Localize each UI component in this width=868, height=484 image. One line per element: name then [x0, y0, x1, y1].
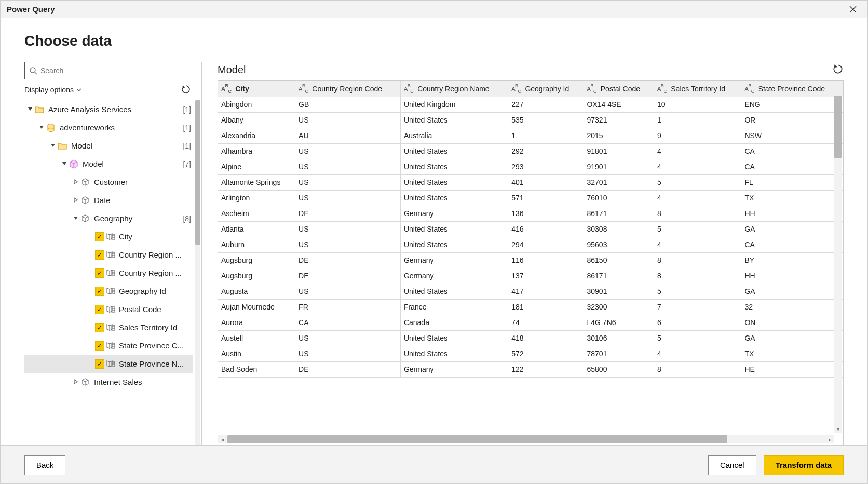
table-cell: DE	[295, 206, 401, 221]
tree-node[interactable]: ✓State Province N...	[24, 355, 193, 373]
table-cell: Australia	[400, 128, 508, 143]
table-cell: US	[295, 221, 401, 237]
tree-node[interactable]: ✓Country Region ...	[24, 264, 193, 282]
cancel-button[interactable]: Cancel	[708, 455, 756, 475]
tree-node[interactable]: Geography[8]	[24, 209, 193, 227]
table-cell: FR	[295, 299, 401, 315]
checkbox[interactable]: ✓	[95, 268, 104, 278]
table-row[interactable]: Altamonte SpringsUSUnited States40132701…	[218, 174, 843, 190]
table-cell: Austin	[218, 346, 295, 361]
tree-node[interactable]: Model[1]	[24, 137, 193, 155]
transform-data-button[interactable]: Transform data	[764, 455, 844, 475]
column-header[interactable]: ABC Country Region Code	[295, 81, 401, 97]
table-row[interactable]: AlpineUSUnited States293919014CA	[218, 159, 843, 174]
expander-collapse-icon[interactable]	[26, 106, 34, 113]
expander-collapse-icon[interactable]	[72, 216, 79, 222]
tree-node[interactable]: ✓State Province C...	[24, 337, 193, 355]
tree-node[interactable]: Customer	[24, 173, 193, 191]
checkbox[interactable]: ✓	[95, 341, 104, 351]
table-row[interactable]: AuroraCACanada74L4G 7N66ON	[218, 315, 843, 330]
navigator-scrollbar-thumb[interactable]	[195, 100, 200, 245]
column-header[interactable]: ABC City	[218, 81, 295, 97]
table-row[interactable]: ArlingtonUSUnited States571760104TX	[218, 190, 843, 206]
table-row[interactable]: AlhambraUSUnited States292918014CA	[218, 143, 843, 159]
column-header[interactable]: ABC Postal Code	[584, 81, 654, 97]
tree-node[interactable]: ✓Geography Id	[24, 282, 193, 300]
back-button[interactable]: Back	[24, 455, 65, 475]
column-header[interactable]: ABC Geography Id	[508, 81, 584, 97]
tree-node-label: Internet Sales	[91, 378, 193, 386]
table-cell: Aurora	[218, 315, 295, 330]
table-row[interactable]: AlbanyUSUnited States535973211OR	[218, 112, 843, 128]
grid-hscroll-thumb[interactable]	[227, 435, 727, 443]
column-header[interactable]: ABC State Province Code	[741, 81, 843, 97]
table-cell: US	[295, 190, 401, 206]
table-row[interactable]: AlexandriaAUAustralia120159NSW	[218, 128, 843, 143]
tree-node-label: adventureworks	[57, 123, 183, 132]
checkbox[interactable]: ✓	[95, 305, 104, 314]
tree-node[interactable]: ✓Country Region ...	[24, 246, 193, 264]
table-row[interactable]: Aujan MournedeFRFrance18132300732	[218, 299, 843, 315]
expander-collapse-icon[interactable]	[61, 161, 68, 167]
table-row[interactable]: Bad SodenDEGermany122658008HE	[218, 361, 843, 377]
checkbox[interactable]: ✓	[95, 250, 104, 260]
column-header[interactable]: ABC Sales Territory Id	[654, 81, 741, 97]
tree-node[interactable]: Date	[24, 191, 193, 209]
expander-collapse-icon[interactable]	[49, 143, 57, 149]
table-cell: GA	[741, 221, 843, 237]
close-button[interactable]	[843, 1, 863, 18]
table-row[interactable]: AugsburgDEGermany116861508BY	[218, 252, 843, 268]
table-row[interactable]: AustellUSUnited States418301065GA	[218, 330, 843, 346]
table-cell: 78701	[584, 346, 654, 361]
tree-node-count: [1]	[183, 142, 193, 150]
table-row[interactable]: AtlantaUSUnited States416303085GA	[218, 221, 843, 237]
table-cell: HE	[741, 361, 843, 377]
expander-expand-icon[interactable]	[72, 197, 79, 204]
svg-marker-8	[62, 162, 66, 165]
tree-node[interactable]: Internet Sales	[24, 373, 193, 391]
table-row[interactable]: AugsburgDEGermany137861718HH	[218, 268, 843, 284]
table-cell: United States	[400, 174, 508, 190]
expander-expand-icon[interactable]	[72, 379, 79, 385]
column-header[interactable]: ABC Country Region Name	[400, 81, 508, 97]
grid-vscroll-thumb[interactable]	[834, 96, 842, 158]
table-cell: 10	[654, 97, 741, 112]
display-options-dropdown[interactable]: Display options	[24, 86, 82, 94]
checkbox[interactable]: ✓	[95, 287, 104, 296]
table-cell: United States	[400, 190, 508, 206]
table-cell: CA	[741, 159, 843, 174]
table-row[interactable]: AuburnUSUnited States294956034CA	[218, 237, 843, 252]
table-row[interactable]: AugustaUSUnited States417309015GA	[218, 284, 843, 299]
column-header-label: State Province Code	[758, 85, 825, 93]
preview-refresh-button[interactable]	[832, 63, 844, 76]
table-cell: Alhambra	[218, 143, 295, 159]
grid-scroll-left-icon[interactable]: ◂	[218, 435, 226, 443]
table-cell: 137	[508, 268, 584, 284]
tree-node[interactable]: ✓Sales Territory Id	[24, 318, 193, 337]
preview-pane: Model ABC CityABC Country Region CodeABC…	[202, 62, 844, 445]
table-cell: Aujan Mournede	[218, 299, 295, 315]
data-grid: ABC CityABC Country Region CodeABC Count…	[218, 80, 844, 445]
expander-collapse-icon[interactable]	[38, 125, 45, 131]
tree-node[interactable]: Azure Analysis Services[1]	[24, 100, 193, 118]
tree-node[interactable]: ✓Postal Code	[24, 300, 193, 318]
table-row[interactable]: AbingdonGBUnited Kingdom227OX14 4SE10ENG	[218, 97, 843, 112]
search-input-wrap[interactable]	[24, 62, 193, 79]
table-cell: ENG	[741, 97, 843, 112]
tree-node-label: Postal Code	[116, 305, 193, 314]
grid-scroll-right-icon[interactable]: ▸	[825, 435, 834, 443]
tree-node[interactable]: Model[7]	[24, 155, 193, 173]
tree-node[interactable]: adventureworks[1]	[24, 118, 193, 137]
search-input[interactable]	[37, 66, 188, 75]
navigator-refresh-button[interactable]	[181, 84, 191, 96]
table-cell: Augsburg	[218, 268, 295, 284]
checkbox[interactable]: ✓	[95, 323, 104, 332]
table-row[interactable]: AustinUSUnited States572787014TX	[218, 346, 843, 361]
checkbox[interactable]: ✓	[95, 232, 104, 241]
expander-expand-icon[interactable]	[72, 179, 79, 185]
checkbox[interactable]: ✓	[95, 359, 104, 369]
grid-scroll-down-icon[interactable]: ▾	[834, 425, 842, 433]
table-cell: 8	[654, 268, 741, 284]
table-row[interactable]: AscheimDEGermany136861718HH	[218, 206, 843, 221]
tree-node[interactable]: ✓City	[24, 227, 193, 246]
